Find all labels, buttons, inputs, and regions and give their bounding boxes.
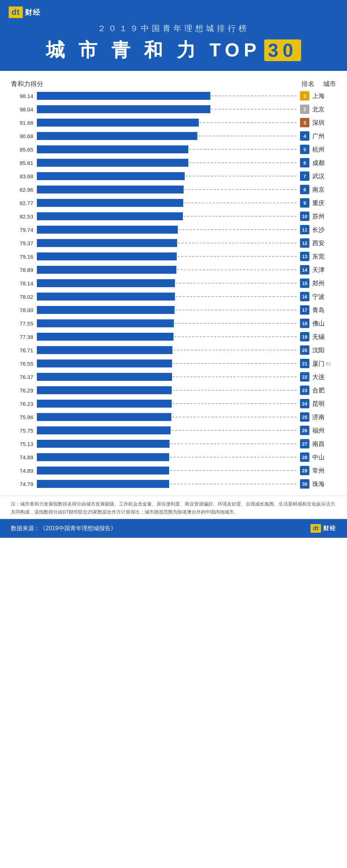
rank-city: 10苏州: [300, 212, 336, 221]
top-badge: 30: [264, 39, 301, 61]
rank-badge: 25: [300, 412, 309, 422]
rank-badge: 11: [300, 225, 309, 234]
dotted-line: [184, 189, 296, 190]
rank-city: 6成都: [300, 158, 336, 167]
bar: [37, 199, 183, 207]
bar-container: [37, 239, 296, 247]
rank-badge: 1: [300, 91, 309, 101]
rank-badge: 5: [300, 145, 309, 154]
logo-box-footer: dt: [310, 524, 321, 533]
rank-city: 28中山: [300, 452, 336, 462]
bar-container: [37, 226, 296, 234]
data-source-bar: 数据来源：《2019中国青年理想城报告》 dt 财经: [0, 519, 347, 538]
bar: [37, 239, 177, 247]
bar: [37, 186, 184, 193]
score-label: 91.68: [11, 120, 33, 126]
score-label: 90.68: [11, 133, 33, 139]
rank-city: 27南昌: [300, 439, 336, 448]
rank-city: 21厦门tU: [300, 359, 336, 368]
dotted-line: [211, 95, 296, 96]
logo-right: dt 财经: [310, 524, 336, 533]
bar: [37, 212, 183, 220]
dotted-line: [176, 296, 296, 297]
chart-area: 青和力得分 排名 城市 98.141上海98.042北京91.683深圳90.6…: [0, 71, 347, 495]
chart-row: 76.2923合肥: [11, 385, 336, 396]
bar-container: [37, 186, 296, 193]
score-label: 76.71: [11, 347, 33, 353]
city-name: 厦门: [312, 359, 325, 368]
bar-container: [37, 92, 296, 100]
bar: [37, 119, 199, 127]
bar-container: [37, 199, 296, 207]
dotted-line: [172, 403, 296, 404]
dotted-line: [211, 109, 296, 110]
chart-row: 85.655杭州: [11, 144, 336, 155]
chart-row: 98.141上海: [11, 90, 336, 101]
rank-badge: 7: [300, 171, 309, 181]
score-label: 75.96: [11, 414, 33, 420]
bar-container: [37, 132, 296, 140]
rank-badge: 29: [300, 466, 309, 475]
city-name: 昆明: [312, 400, 325, 408]
bar-container: [37, 172, 296, 180]
rank-city: 1上海: [300, 91, 336, 101]
chart-row: 78.0017青岛: [11, 305, 336, 315]
rank-city: 13东莞: [300, 252, 336, 261]
chart-row: 74.7930珠海: [11, 478, 336, 489]
bar: [37, 333, 174, 341]
rank-badge: 2: [300, 105, 309, 114]
city-name: 合肥: [312, 386, 325, 395]
chart-row: 77.5518佛山: [11, 318, 336, 329]
bar-container: [37, 373, 296, 381]
chart-row: 82.779重庆: [11, 197, 336, 208]
bar-container: [37, 386, 296, 394]
rank-city: 30珠海: [300, 479, 336, 489]
bar: [37, 145, 188, 153]
dotted-line: [170, 443, 296, 444]
rank-city: 8南京: [300, 185, 336, 194]
bar-container: [37, 119, 296, 127]
rank-city: 11长沙: [300, 225, 336, 234]
rank-city: 17青岛: [300, 305, 336, 315]
score-label: 76.23: [11, 401, 33, 407]
dotted-line: [177, 256, 296, 257]
bar-container: [37, 400, 296, 408]
chart-rows-container: 98.141上海98.042北京91.683深圳90.684广州85.655杭州…: [11, 90, 336, 489]
logo-box: dt: [9, 7, 23, 18]
chart-row: 78.8914天津: [11, 264, 336, 275]
bar: [37, 413, 171, 421]
city-name: 珠海: [312, 480, 325, 488]
rank-badge: 28: [300, 452, 309, 462]
rank-city: 26福州: [300, 426, 336, 435]
score-label: 77.38: [11, 334, 33, 340]
rank-badge: 23: [300, 386, 309, 395]
bar: [37, 105, 210, 113]
score-label: 75.75: [11, 427, 33, 434]
rank-badge: 8: [300, 185, 309, 194]
footer-note-text: 注：城市青和力发展指数排名得分由城市发展能级、工作机会含金量、居住便利度、商业资…: [11, 501, 335, 515]
dotted-line: [172, 417, 296, 417]
chart-row: 75.9625济南: [11, 412, 336, 422]
chart-row: 82.5310苏州: [11, 211, 336, 222]
chart-row: 75.1327南昌: [11, 438, 336, 449]
city-name: 上海: [312, 92, 325, 100]
city-name: 长沙: [312, 226, 325, 234]
rank-city: 24昆明: [300, 399, 336, 408]
score-label: 85.65: [11, 146, 33, 153]
page-wrapper: dt 财经 ２０１９中国青年理想城排行榜 城 市 青 和 力 TOP 30 青和…: [0, 0, 347, 538]
bar-container: [37, 467, 296, 475]
rank-badge: 14: [300, 265, 309, 275]
logo-text: 财经: [25, 8, 41, 17]
bar: [37, 346, 172, 354]
bar-container: [37, 293, 296, 301]
chart-row: 83.687武汉: [11, 171, 336, 182]
chart-row: 82.968南京: [11, 184, 336, 195]
rank-badge: 15: [300, 278, 309, 288]
dotted-line: [173, 350, 296, 350]
rank-badge: 18: [300, 319, 309, 328]
chart-row: 76.3722大连: [11, 371, 336, 382]
bar: [37, 426, 171, 434]
bar-container: [37, 105, 296, 113]
bar-container: [37, 440, 296, 448]
rank-city: 22大连: [300, 372, 336, 382]
